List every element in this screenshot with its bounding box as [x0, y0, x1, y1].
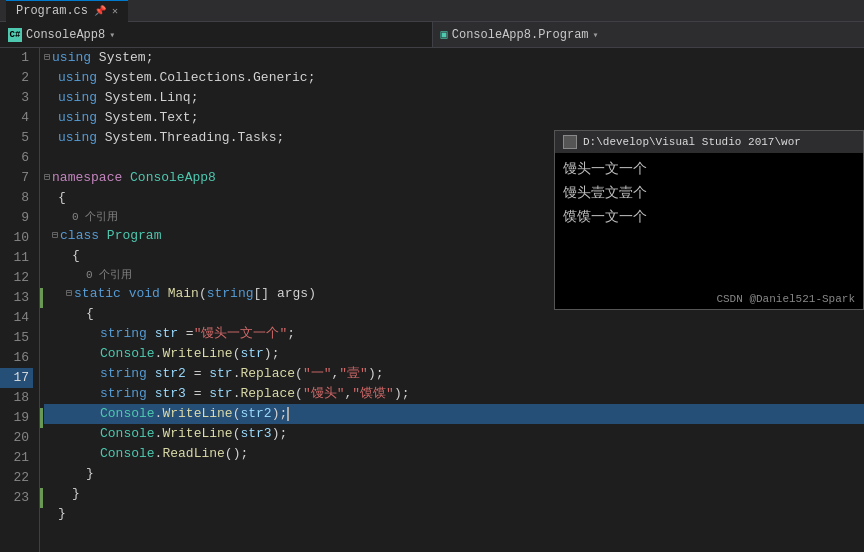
- line-num-2: 2: [0, 68, 33, 88]
- tab-pin-icon: 📌: [94, 5, 106, 17]
- str-val-3b: "馍馍": [352, 384, 394, 404]
- green-bar-1: [40, 288, 43, 308]
- line-num-3: 3: [0, 88, 33, 108]
- green-bar-3: [40, 488, 43, 508]
- collapse-7[interactable]: ⊟: [44, 168, 50, 188]
- line-num-17: 17: [0, 368, 33, 388]
- nav-right-label: ConsoleApp8.Program: [452, 28, 589, 42]
- line-num-23: 23: [0, 488, 33, 508]
- file-tab[interactable]: Program.cs 📌 ✕: [6, 0, 128, 22]
- writeline-1: WriteLine: [162, 344, 232, 364]
- console-3: Console: [100, 424, 155, 444]
- console-output: 馒头一文一个 馒头壹文壹个 馍馍一文一个: [555, 153, 863, 233]
- kw-void: void: [129, 284, 160, 304]
- str-val-1: "馒头一文一个": [194, 324, 288, 344]
- line-num-15: 15: [0, 328, 33, 348]
- console-2: Console: [100, 404, 155, 424]
- console-title-bar: D:\develop\Visual Studio 2017\wor: [555, 131, 863, 153]
- str-val-2b: "壹": [339, 364, 368, 384]
- str-val-2a: "一": [303, 364, 332, 384]
- ref-main-label: 0 个引用: [86, 265, 132, 285]
- kw-string-2: string: [100, 364, 147, 384]
- line-num-7: 7: [0, 168, 33, 188]
- line-num-8: 8: [0, 188, 33, 208]
- nav-right-icon: ▣: [441, 27, 448, 42]
- str-val-3a: "馒头": [303, 384, 345, 404]
- collapse-11[interactable]: ⊟: [66, 284, 72, 304]
- title-bar: Program.cs 📌 ✕: [0, 0, 864, 22]
- cursor: [287, 407, 289, 421]
- console-window-icon: [563, 135, 577, 149]
- line-num-14: 14: [0, 308, 33, 328]
- line-num-12: 12: [0, 268, 33, 288]
- readline-1: ReadLine: [162, 444, 224, 464]
- kw-string-1: string: [100, 324, 147, 344]
- line-num-16: 16: [0, 348, 33, 368]
- nav-right[interactable]: ▣ ConsoleApp8.Program ▾: [433, 22, 865, 47]
- line-num-5: 5: [0, 128, 33, 148]
- line-num-10: 10: [0, 228, 33, 248]
- collapse-9[interactable]: ⊟: [52, 226, 58, 246]
- code-line-15: string str2 = str.Replace( "一" , "壹" );: [44, 364, 864, 384]
- nav-left-label: ConsoleApp8: [26, 28, 105, 42]
- ref-class-label: 0 个引用: [72, 207, 118, 227]
- tab-label: Program.cs: [16, 4, 88, 18]
- kw-class: class: [60, 226, 99, 246]
- nav-dropdown-icon[interactable]: ▾: [109, 29, 115, 41]
- line-num-22: 22: [0, 468, 33, 488]
- code-line-22: }: [44, 504, 864, 524]
- code-line-18: Console . WriteLine (str3);: [44, 424, 864, 444]
- nav-right-dropdown-icon[interactable]: ▾: [593, 29, 599, 41]
- console-line-2: 馒头壹文壹个: [563, 181, 855, 205]
- kw-using-5: using: [58, 128, 97, 148]
- code-line-19: Console . ReadLine ();: [44, 444, 864, 464]
- writeline-3: WriteLine: [162, 424, 232, 444]
- collapse-1[interactable]: ⊟: [44, 48, 50, 68]
- line-num-11: 11: [0, 248, 33, 268]
- code-line-14: Console . WriteLine (str);: [44, 344, 864, 364]
- console-line-3: 馍馍一文一个: [563, 205, 855, 229]
- code-line-17: Console . WriteLine (str2);: [44, 404, 864, 424]
- code-line-2: using System.Collections.Generic;: [44, 68, 864, 88]
- line-num-21: 21: [0, 448, 33, 468]
- line-num-13: 13: [0, 288, 33, 308]
- kw-using-4: using: [58, 108, 97, 128]
- code-line-16: string str3 = str.Replace( "馒头" , "馍馍" )…: [44, 384, 864, 404]
- console-window: D:\develop\Visual Studio 2017\wor 馒头一文一个…: [554, 130, 864, 310]
- code-line-20: }: [44, 464, 864, 484]
- kw-string-3: string: [100, 384, 147, 404]
- green-bar-2: [40, 408, 43, 428]
- line-num-6: 6: [0, 148, 33, 168]
- kw-using-3: using: [58, 88, 97, 108]
- line-num-18: 18: [0, 388, 33, 408]
- kw-using-2: using: [58, 68, 97, 88]
- code-line-3: using System.Linq;: [44, 88, 864, 108]
- line-num-19: 19: [0, 408, 33, 428]
- console-footer: CSDN @Daniel521-Spark: [716, 293, 855, 305]
- line-num-1: 1: [0, 48, 33, 68]
- line-num-20: 20: [0, 428, 33, 448]
- console-1: Console: [100, 344, 155, 364]
- kw-static: static: [74, 284, 121, 304]
- code-line-13: string str = "馒头一文一个" ;: [44, 324, 864, 344]
- console-line-1: 馒头一文一个: [563, 157, 855, 181]
- line-num-4: 4: [0, 108, 33, 128]
- line-numbers: 1 2 3 4 5 6 7 8 9 10 11 12 13 14 15 16 1…: [0, 48, 40, 552]
- code-line-21: }: [44, 484, 864, 504]
- nav-left[interactable]: C# ConsoleApp8 ▾: [0, 22, 433, 47]
- code-line-23: [44, 524, 864, 544]
- code-line-1: ⊟ using System;: [44, 48, 864, 68]
- writeline-2: WriteLine: [162, 404, 232, 424]
- kw-using-1: using: [52, 48, 91, 68]
- csharp-icon: C#: [8, 28, 22, 42]
- code-line-4: using System.Text;: [44, 108, 864, 128]
- console-4: Console: [100, 444, 155, 464]
- line-num-9: 9: [0, 208, 33, 228]
- console-title: D:\develop\Visual Studio 2017\wor: [583, 136, 801, 148]
- nav-bar: C# ConsoleApp8 ▾ ▣ ConsoleApp8.Program ▾: [0, 22, 864, 48]
- kw-namespace: namespace: [52, 168, 122, 188]
- tab-close-icon[interactable]: ✕: [112, 5, 118, 17]
